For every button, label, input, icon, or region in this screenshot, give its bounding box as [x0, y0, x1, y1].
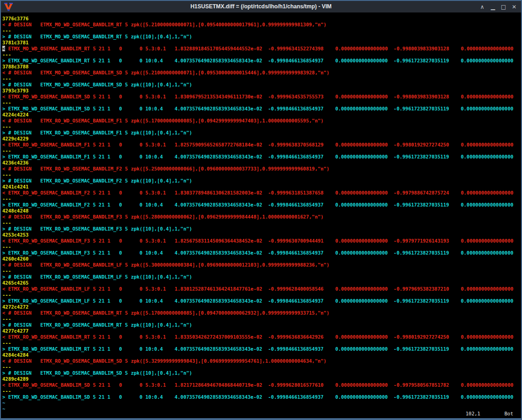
- buffer-line: > # DESIGN ETMX_MO_WD_OSEMAC_BANDLIM_RT …: [2, 34, 521, 40]
- buffer-line: < # DESIGN ETMX_RO_WD_OSEMAC_BANDLIM_SD …: [2, 358, 521, 364]
- buffer-line: > # DESIGN ETMX_MO_WD_OSEMAC_BANDLIM_SD …: [2, 82, 521, 88]
- buffer-line: 4277c4277: [2, 328, 521, 334]
- buffer-line: < ETMX_RO_WD_OSEMAC_BANDLIM_F2 5 21 1 0 …: [2, 190, 521, 196]
- scroll-position: Bot: [504, 411, 513, 417]
- buffer-line: > # DESIGN ETMX_RO_WD_OSEMAC_BANDLIM_RT …: [2, 322, 521, 328]
- buffer-line: < ETMX_MO_WD_OSEMAC_BANDLIM_SD 5 21 1 0 …: [2, 94, 521, 100]
- buffer-line: > # DESIGN ETMX_RO_WD_OSEMAC_BANDLIM_F3 …: [2, 226, 521, 232]
- close-button[interactable]: ✕: [511, 4, 517, 10]
- buffer-line: < # DESIGN ETMX_RO_WD_OSEMAC_BANDLIM_LF …: [2, 262, 521, 268]
- buffer-line: 4265c4265: [2, 280, 521, 286]
- buffer-line: ~: [2, 400, 521, 406]
- buffer-line: 4241c4241: [2, 184, 521, 190]
- shade-button[interactable]: ∧: [480, 4, 485, 10]
- buffer-line: > ETMX_RO_WD_OSEMAC_BANDLIM_RT 5 21 1 0 …: [2, 346, 521, 352]
- buffer-line: ---: [2, 172, 521, 178]
- window-controls: ∧ ▁ □ ✕: [480, 4, 521, 10]
- buffer-line: > ETMX_RO_WD_OSEMAC_BANDLIM_F1 5 21 1 0 …: [2, 154, 521, 160]
- buffer-line: < # DESIGN ETMX_RO_WD_OSEMAC_BANDLIM_F1 …: [2, 118, 521, 124]
- buffer-line: ---: [2, 244, 521, 250]
- buffer-line: 4229c4229: [2, 136, 521, 142]
- buffer-line: ---: [2, 364, 521, 370]
- buffer-line: 4289c4289: [2, 376, 521, 382]
- status-ruler: 102,1 Bot: [1, 411, 521, 417]
- buffer-line: 3776c3776: [2, 16, 521, 22]
- window-titlebar[interactable]: H1SUSETMX.diff = (/opt/rtcds/lho/h1/chan…: [1, 1, 521, 12]
- buffer-line: 4236c4236: [2, 160, 521, 166]
- buffer-line: > # DESIGN ETMX_RO_WD_OSEMAC_BANDLIM_F1 …: [2, 130, 521, 136]
- maximize-button[interactable]: □: [501, 4, 506, 10]
- buffer-line: < ETMX_RO_WD_OSEMAC_BANDLIM_RT 5 21 1 0 …: [2, 334, 521, 340]
- buffer-line: > # DESIGN ETMX_RO_WD_OSEMAC_BANDLIM_SD …: [2, 370, 521, 376]
- buffer-line: ---: [2, 196, 521, 202]
- window-title: H1SUSETMX.diff = (/opt/rtcds/lho/h1/chan…: [1, 1, 521, 12]
- buffer-line: 4272c4272: [2, 304, 521, 310]
- buffer-line: > ETMX_MO_WD_OSEMAC_BANDLIM_SD 5 21 1 0 …: [2, 106, 521, 112]
- buffer-line: < # DESIGN ETMX_MO_WD_OSEMAC_BANDLIM_SD …: [2, 70, 521, 76]
- buffer-line: 4260c4260: [2, 256, 521, 262]
- buffer-line: 3781c3781: [2, 40, 521, 46]
- buffer-line: 3793c3793: [2, 88, 521, 94]
- buffer-line: < # DESIGN ETMX_RO_WD_OSEMAC_BANDLIM_F2 …: [2, 166, 521, 172]
- cursor-position: 102,1: [466, 411, 480, 417]
- buffer-line: 4224c4224: [2, 112, 521, 118]
- buffer-line: < ETMX_MO_WD_OSEMAC_BANDLIM_RT 5 21 1 0 …: [2, 46, 521, 52]
- buffer-line: > ETMX_MO_WD_OSEMAC_BANDLIM_RT 5 21 1 0 …: [2, 58, 521, 64]
- buffer-line: < ETMX_RO_WD_OSEMAC_BANDLIM_F3 5 21 1 0 …: [2, 238, 521, 244]
- buffer-line: ---: [2, 148, 521, 154]
- buffer-line: < ETMX_RO_WD_OSEMAC_BANDLIM_F1 5 21 1 0 …: [2, 142, 521, 148]
- buffer-line: < ETMX_RO_WD_OSEMAC_BANDLIM_LF 5 21 1 0 …: [2, 286, 521, 292]
- buffer-lines: 3776c3776< # DESIGN ETMX_MO_WD_OSEMAC_BA…: [2, 16, 521, 412]
- buffer-line: > ETMX_RO_WD_OSEMAC_BANDLIM_F2 5 21 1 0 …: [2, 202, 521, 208]
- buffer-line: 4248c4248: [2, 208, 521, 214]
- vim-logo-icon[interactable]: [4, 2, 13, 11]
- buffer-line: ---: [2, 268, 521, 274]
- buffer-line: < # DESIGN ETMX_RO_WD_OSEMAC_BANDLIM_RT …: [2, 310, 521, 316]
- buffer-line: 4284c4284: [2, 352, 521, 358]
- buffer-line: > # DESIGN ETMX_RO_WD_OSEMAC_BANDLIM_LF …: [2, 274, 521, 280]
- buffer-line: ---: [2, 52, 521, 58]
- vim-window: H1SUSETMX.diff = (/opt/rtcds/lho/h1/chan…: [0, 0, 522, 420]
- buffer-line: ---: [2, 292, 521, 298]
- buffer-line: ---: [2, 220, 521, 226]
- buffer-line: ---: [2, 316, 521, 322]
- buffer-line: ---: [2, 76, 521, 82]
- buffer-line: < # DESIGN ETMX_MO_WD_OSEMAC_BANDLIM_RT …: [2, 22, 521, 28]
- minimize-button[interactable]: ▁: [490, 4, 496, 10]
- buffer-line: ---: [2, 100, 521, 106]
- buffer-line: ---: [2, 340, 521, 346]
- buffer-line: > # DESIGN ETMX_RO_WD_OSEMAC_BANDLIM_F2 …: [2, 178, 521, 184]
- buffer-line: 3788c3788: [2, 64, 521, 70]
- buffer-line: ---: [2, 28, 521, 34]
- buffer-line: > ETMX_RO_WD_OSEMAC_BANDLIM_LF 5 21 1 0 …: [2, 298, 521, 304]
- buffer-line: > ETMX_RO_WD_OSEMAC_BANDLIM_SD 5 21 1 0 …: [2, 394, 521, 400]
- buffer-line: ---: [2, 124, 521, 130]
- buffer-line: < # DESIGN ETMX_RO_WD_OSEMAC_BANDLIM_F3 …: [2, 214, 521, 220]
- vim-cursor: <: [2, 46, 5, 51]
- buffer-line: 4253c4253: [2, 232, 521, 238]
- buffer-line: < ETMX_RO_WD_OSEMAC_BANDLIM_SD 5 21 1 0 …: [2, 382, 521, 388]
- buffer-line: > ETMX_RO_WD_OSEMAC_BANDLIM_F3 5 21 1 0 …: [2, 250, 521, 256]
- editor-buffer[interactable]: 3776c3776< # DESIGN ETMX_MO_WD_OSEMAC_BA…: [1, 12, 521, 418]
- buffer-line: ---: [2, 388, 521, 394]
